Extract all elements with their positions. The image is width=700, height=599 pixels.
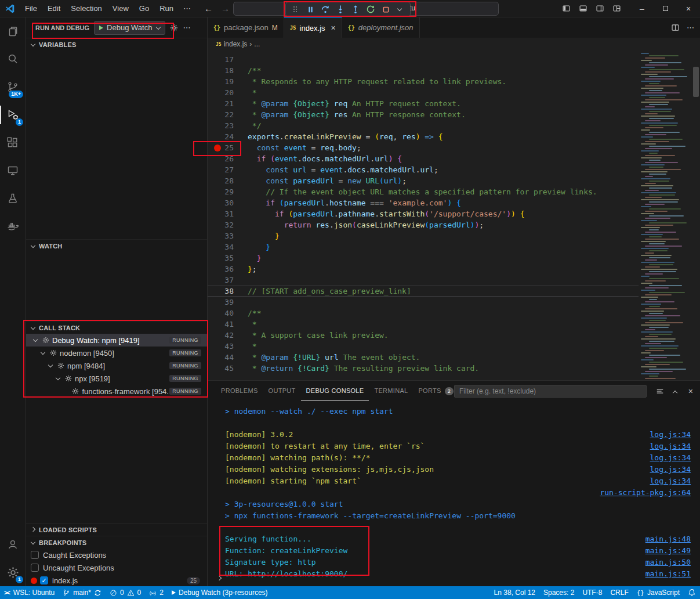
menu-view[interactable]: View <box>107 0 134 17</box>
start-debug-icon[interactable] <box>99 26 103 30</box>
line-number[interactable]: 39 <box>208 297 248 308</box>
call-stack-item[interactable]: npm [9484]RUNNING <box>26 359 207 372</box>
source-control-icon[interactable]: 1K+ <box>0 73 26 101</box>
line-number[interactable]: 37 <box>208 275 248 286</box>
code-editor[interactable]: 1718/**19 * Responds to any HTTP request… <box>208 50 700 380</box>
section-loaded-scripts[interactable]: LOADED SCRIPTS <box>26 523 207 536</box>
line-number[interactable]: 25 <box>208 142 248 153</box>
source-link[interactable]: log.js:34 <box>650 452 691 464</box>
cursor-position[interactable]: Ln 38, Col 12 <box>490 586 539 599</box>
line-number[interactable]: 40 <box>208 308 248 319</box>
account-icon[interactable] <box>0 531 26 558</box>
line-number[interactable]: 18 <box>208 65 248 76</box>
line-number[interactable]: 43 <box>208 341 248 352</box>
docker-icon[interactable] <box>0 212 26 240</box>
eol-indicator[interactable]: CRLF <box>606 586 632 599</box>
tab-deployment.json[interactable]: {}deployment.json <box>342 17 420 38</box>
source-link[interactable]: main.js:49 <box>645 545 691 557</box>
debug-settings-gear-icon[interactable] <box>170 24 178 32</box>
line-number[interactable]: 24 <box>208 131 248 142</box>
console-filter-input[interactable] <box>454 385 647 398</box>
panel-tab-problems[interactable]: PROBLEMS <box>216 381 263 400</box>
line-number[interactable]: 29 <box>208 186 248 197</box>
line-number[interactable]: 30 <box>208 197 248 208</box>
menu-overflow-icon[interactable]: ⋯ <box>179 4 196 13</box>
checkbox[interactable] <box>31 551 39 559</box>
source-link[interactable]: log.js:34 <box>650 429 691 441</box>
ports-indicator[interactable]: 2 <box>145 586 168 599</box>
sidebar-more-icon[interactable]: ⋯ <box>183 23 190 32</box>
step-out-icon[interactable] <box>348 3 363 16</box>
settings-gear-icon[interactable]: 1 <box>0 558 26 586</box>
notifications-bell-icon[interactable] <box>684 586 700 599</box>
menu-file[interactable]: File <box>20 0 42 17</box>
call-stack-item[interactable]: Debug Watch: npm [9419]RUNNING <box>26 334 207 347</box>
remote-indicator[interactable]: >< WSL: Ubuntu <box>0 586 59 599</box>
remote-explorer-icon[interactable] <box>0 157 26 185</box>
checkbox[interactable] <box>31 564 39 572</box>
panel-close-icon[interactable]: × <box>688 387 693 396</box>
line-number[interactable]: 17 <box>208 54 248 65</box>
source-link[interactable]: run-script-pkg.js:64 <box>600 487 691 499</box>
panel-tab-debug-console[interactable]: DEBUG CONSOLE <box>301 381 369 400</box>
stop-icon[interactable] <box>378 3 393 16</box>
panel-maximize-chevron-icon[interactable] <box>672 387 681 395</box>
debug-session-indicator[interactable]: Debug Watch (3p-resources) <box>168 586 272 599</box>
forward-arrow-icon[interactable]: → <box>221 3 230 13</box>
problems-indicator[interactable]: 0 0 <box>106 586 145 599</box>
checkbox[interactable]: ✓ <box>40 576 48 584</box>
menu-run[interactable]: Run <box>154 0 179 17</box>
breakpoint-item[interactable]: Uncaught Exceptions <box>26 561 207 574</box>
line-number[interactable]: 26 <box>208 153 248 164</box>
run-and-debug-icon[interactable]: 1 <box>0 101 26 129</box>
call-stack-item[interactable]: functions-framework [954...RUNNING <box>26 385 207 398</box>
search-icon[interactable] <box>0 45 26 73</box>
line-number[interactable]: 33 <box>208 230 248 241</box>
line-number[interactable]: 42 <box>208 330 248 341</box>
line-number[interactable]: 28 <box>208 175 248 186</box>
editor-scrollbar-thumb[interactable] <box>693 67 699 97</box>
breadcrumb[interactable]: JS index.js › ... <box>208 38 700 50</box>
source-link[interactable]: main.js:48 <box>645 533 691 545</box>
source-link[interactable]: log.js:34 <box>650 464 691 475</box>
line-number[interactable]: 22 <box>208 109 248 120</box>
source-link[interactable]: main.js:50 <box>645 557 691 568</box>
step-into-icon[interactable] <box>333 3 348 16</box>
line-number[interactable]: 27 <box>208 164 248 175</box>
menu-selection[interactable]: Selection <box>66 0 107 17</box>
source-link[interactable]: log.js:34 <box>650 475 691 487</box>
close-window-icon[interactable]: × <box>677 0 700 17</box>
encoding-indicator[interactable]: UTF-8 <box>578 586 606 599</box>
editor-more-icon[interactable]: ⋯ <box>687 23 694 32</box>
maximize-icon[interactable] <box>654 0 677 17</box>
minimap[interactable] <box>640 50 692 380</box>
line-number[interactable]: 21 <box>208 98 248 109</box>
console-lines-icon[interactable] <box>656 387 664 395</box>
call-stack-item[interactable]: npx [9519]RUNNING <box>26 372 207 385</box>
customize-layout-icon[interactable] <box>612 4 621 13</box>
split-editor-icon[interactable] <box>671 23 680 32</box>
close-tab-icon[interactable]: × <box>331 23 336 33</box>
toggle-sidebar-icon[interactable] <box>562 4 571 13</box>
back-arrow-icon[interactable]: ← <box>204 3 213 13</box>
line-number[interactable]: 36 <box>208 264 248 275</box>
section-call-stack[interactable]: CALL STACK <box>26 321 207 334</box>
breakpoint-item[interactable]: Caught Exceptions <box>26 549 207 561</box>
line-number[interactable]: 20 <box>208 87 248 98</box>
panel-tab-terminal[interactable]: TERMINAL <box>369 381 413 400</box>
toolbar-chevron-down-icon[interactable] <box>393 3 408 16</box>
panel-tab-output[interactable]: OUTPUT <box>263 381 301 400</box>
panel-tab-ports[interactable]: PORTS2 <box>413 381 459 400</box>
breakpoint-dot[interactable] <box>214 145 221 151</box>
line-number[interactable]: 41 <box>208 319 248 330</box>
line-number[interactable]: 44 <box>208 352 248 363</box>
line-number[interactable]: 31 <box>208 208 248 219</box>
extensions-icon[interactable] <box>0 129 26 157</box>
call-stack-item[interactable]: nodemon [9450]RUNNING <box>26 347 207 359</box>
section-breakpoints[interactable]: BREAKPOINTS <box>26 536 207 549</box>
minimize-icon[interactable]: – <box>630 0 654 17</box>
breadcrumb-rest[interactable]: ... <box>254 40 260 48</box>
line-number[interactable]: 45 <box>208 363 248 374</box>
explorer-icon[interactable] <box>0 17 26 45</box>
toggle-secondary-sidebar-icon[interactable] <box>596 4 604 13</box>
